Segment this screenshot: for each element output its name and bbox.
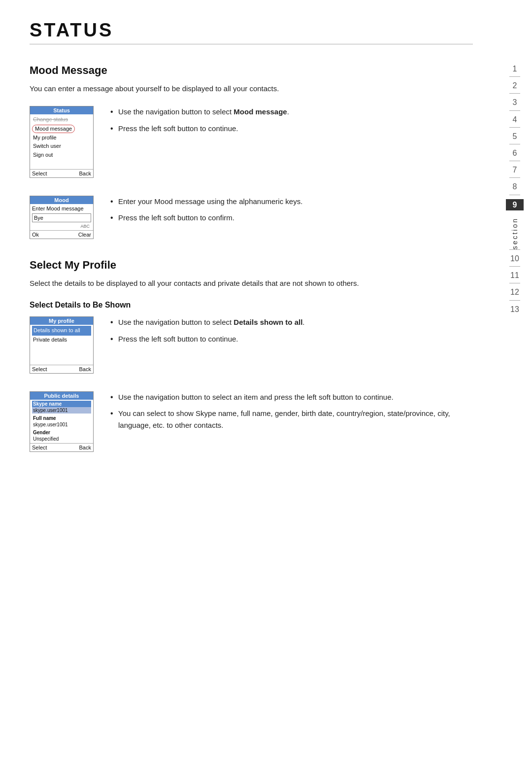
page-container: Status Mood Message You can enter a mess… [0,0,532,501]
divider-5 [509,144,520,144]
divider-4 [509,127,520,128]
menu-item-sign-out: Sign out [32,151,91,159]
sidebar-num-3: 3 [505,98,525,107]
mood-row-1-bullets: Use the navigation button to select Mood… [108,106,473,139]
menu-item-switch-user: Switch user [32,142,91,150]
mood-soft-keys: Ok Clear [30,230,93,239]
profile-section: Select My Profile Select the details to … [30,259,473,452]
mood-message-desc: You can enter a message about yourself t… [30,83,473,94]
status-soft-keys: Select Back [30,169,93,177]
profile-bullet-2: Press the left soft button to continue. [108,333,473,345]
sidebar-num-1: 1 [505,64,525,73]
soft-key-back[interactable]: Back [79,171,91,176]
divider-3 [509,110,520,111]
skype-name-value: skype.user1001 [32,407,91,414]
mood-bullet-3: Enter your Mood message using the alphan… [108,196,473,207]
page-title: Status [30,20,473,41]
profile-row-1: My profile Details shown to all Private … [30,316,473,374]
menu-item-change-status: Change status [32,115,91,124]
profile-heading: Select My Profile [30,259,473,272]
sidebar-num-10: 10 [505,254,525,263]
mood-input-box[interactable]: Bye [32,213,91,222]
mood-bullet-1: Use the navigation button to select Mood… [108,106,473,117]
mood-message-section: Mood Message You can enter a message abo… [30,64,473,239]
profile-desc: Select the details to be displayed to al… [30,277,473,289]
profile-bullet-4: You can select to show Skype name, full … [108,408,473,431]
sidebar-num-13: 13 [505,305,525,314]
profile-bullet-1: Use the navigation button to select Deta… [108,316,473,328]
mood-input-area: Enter Mood message Bye ABC [30,204,93,230]
mood-entry-screen: Mood Enter Mood message Bye ABC Ok Clear [30,196,94,239]
gender-value: Unspecified [32,436,91,442]
divider-12 [509,300,520,301]
my-profile-screen: My profile Details shown to all Private … [30,316,94,374]
my-profile-title: My profile [30,317,93,325]
full-name-label: Full name [32,415,91,421]
public-details-screen: Public details Skype name skype.user1001… [30,391,94,452]
sidebar-num-2: 2 [505,81,525,90]
select-details-heading: Select Details to Be Shown [30,301,473,310]
sidebar-num-12: 12 [505,287,525,297]
public-details-title: Public details [30,392,93,400]
sidebar-num-4: 4 [505,115,525,124]
divider-11 [509,283,520,283]
mood-row-2: Mood Enter Mood message Bye ABC Ok Clear… [30,196,473,239]
divider-1 [509,76,520,77]
profile-bullet-3: Use the navigation button to select an i… [108,391,473,403]
divider-2 [509,93,520,94]
status-screen-title: Status [30,106,93,114]
gender-label: Gender [32,429,91,436]
sidebar-num-6: 6 [505,148,525,158]
soft-key-clear[interactable]: Clear [78,232,91,238]
my-profile-menu: Details shown to all Private details [30,325,93,345]
mood-row-1: Status Change status Mood message My pro… [30,106,473,178]
profile-row-1-bullets: Use the navigation button to select Deta… [108,316,473,349]
sidebar-num-7: 7 [505,165,525,174]
divider-7 [509,177,520,178]
public-details-menu: Skype name skype.user1001 Full name skyp… [30,400,93,443]
full-name-value: skype.user1001 [32,421,91,428]
soft-key-back-profile[interactable]: Back [79,366,91,372]
menu-item-my-profile: My profile [32,134,91,142]
menu-item-mood-message: Mood message [32,125,75,133]
soft-key-select-profile[interactable]: Select [32,366,47,372]
mood-bullet-4: Press the left soft button to confirm. [108,212,473,223]
private-details: Private details [32,336,91,344]
soft-key-ok[interactable]: Ok [32,232,39,238]
content-main: Status Mood Message You can enter a mess… [30,20,473,452]
sidebar-section-label: section [511,217,519,249]
divider-8 [509,195,520,195]
my-profile-soft-keys: Select Back [30,365,93,373]
page-header: Status [30,20,473,44]
profile-row-2-bullets: Use the navigation button to select an i… [108,391,473,436]
mood-row-2-bullets: Enter your Mood message using the alphan… [108,196,473,229]
public-details-soft-keys: Select Back [30,443,93,451]
skype-name-label: Skype name [32,401,91,407]
soft-key-back-pd[interactable]: Back [79,445,91,450]
abc-label: ABC [32,224,91,229]
soft-key-select[interactable]: Select [32,171,47,176]
sidebar: 1 2 3 4 5 6 7 8 9 section 10 11 12 13 [498,0,532,760]
sidebar-num-11: 11 [505,271,525,280]
sidebar-num-9-active: 9 [506,199,524,210]
profile-row-2: Public details Skype name skype.user1001… [30,391,473,452]
mood-screen-title: Mood [30,196,93,204]
sidebar-num-8: 8 [505,182,525,191]
details-shown-to-all: Details shown to all [32,326,91,335]
mood-message-heading: Mood Message [30,64,473,77]
mood-bullet-2: Press the left soft button to continue. [108,123,473,134]
sidebar-num-5: 5 [505,132,525,141]
divider-6 [509,161,520,161]
status-menu-items: Change status Mood message My profile Sw… [30,114,93,160]
divider-10 [509,266,520,267]
soft-key-select-pd[interactable]: Select [32,445,47,450]
status-menu-screen: Status Change status Mood message My pro… [30,106,94,178]
enter-mood-label: Enter Mood message [32,206,91,211]
